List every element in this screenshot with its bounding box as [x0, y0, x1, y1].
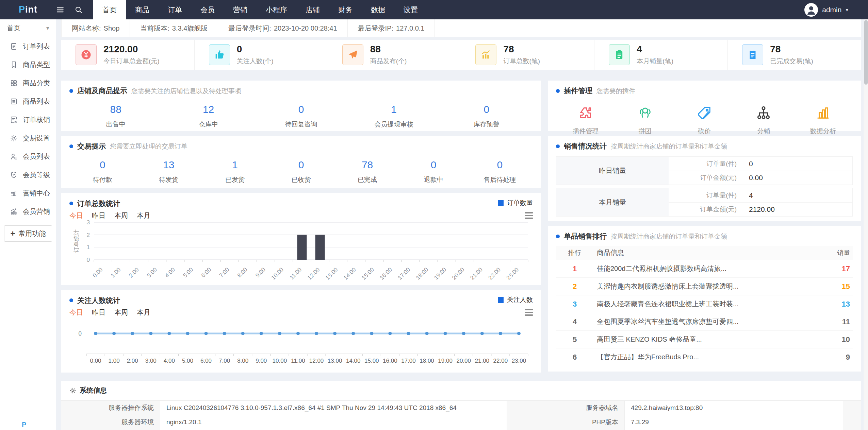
svg-text:6:00: 6:00 [200, 358, 212, 364]
trade-tips-card: 交易提示 您需要立即处理的交易订单 0待付款 13待发货 1已发货 0已收货 7… [61, 136, 541, 188]
product-link[interactable]: 【官方正品】华为FreeBuds Pro... [593, 352, 822, 362]
stat-completed-trades: 78已完成交易(笔) [728, 40, 861, 70]
main-content: 网站名称:Shop 当前版本:3.3.4旗舰版 最后登录时间:2023-10-2… [56, 19, 868, 430]
thumb-up-icon [209, 44, 230, 65]
svg-text:2: 2 [87, 231, 90, 238]
system-info-table: 服务器操作系统 Linux C20240326104776 3.10.0-957… [61, 400, 861, 430]
tab-miniprogram[interactable]: 小程序 [257, 0, 296, 19]
tab-this-month[interactable]: 本月 [137, 211, 150, 220]
tab-settings[interactable]: 设置 [394, 0, 427, 19]
tip-unpaid: 0待付款 [69, 159, 136, 184]
tab-members[interactable]: 会员 [191, 0, 224, 19]
sidebar-item-label: 会员等级 [23, 170, 50, 179]
system-info-card: 系统信息 服务器操作系统 Linux C20240326104776 3.10.… [61, 381, 861, 430]
product-link[interactable]: 美涩情趣内衣制服诱惑激情床上套装聚拢透明... [593, 282, 822, 291]
product-link[interactable]: 全包围夏季冰丝汽车坐垫透气凉席凉垫可爱四... [593, 317, 822, 326]
info-last-login-ip: 最后登录IP:127.0.0.1 [348, 19, 435, 37]
svg-text:20:00: 20:00 [456, 358, 471, 364]
ranking-title: 单品销售排行 [564, 231, 607, 241]
trade-tips-title: 交易提示 [77, 141, 106, 151]
app-logo: Pint [0, 0, 51, 19]
sidebar-item-order-list[interactable]: 订单列表 [0, 37, 56, 55]
tab-yesterday[interactable]: 昨日 [92, 211, 105, 220]
tab-this-week[interactable]: 本周 [114, 211, 128, 220]
sidebar-item-trade-settings[interactable]: 交易设置 [0, 129, 56, 147]
sidebar-select-label: 首页 [7, 23, 20, 33]
scrollbar-thumb[interactable] [864, 20, 868, 85]
tab-marketing[interactable]: 营销 [224, 0, 257, 19]
username: admin [822, 6, 841, 14]
product-link[interactable]: 南极人轻奢藏青色连衣裙职业裙上班工装时装... [593, 299, 822, 309]
svg-text:7:00: 7:00 [218, 266, 231, 279]
page-scrollbar[interactable] [864, 19, 868, 430]
product-link[interactable]: 高田贤三 KENZO KIDS 奢侈品童... [593, 335, 822, 344]
sidebar-item-order-verify[interactable]: 订单核销 [0, 110, 56, 129]
svg-text:12:00: 12:00 [309, 358, 324, 364]
chart-menu-icon[interactable] [525, 309, 533, 316]
tab-this-month[interactable]: 本月 [137, 308, 150, 317]
sidebar-item-goods-category[interactable]: 商品分类 [0, 74, 56, 92]
table-row: 5 高田贤三 KENZO KIDS 奢侈品童... 10 [556, 331, 853, 348]
sidebar-item-member-list[interactable]: 会员列表 [0, 147, 56, 166]
tab-finance[interactable]: 财务 [329, 0, 362, 19]
tab-orders[interactable]: 订单 [159, 0, 191, 19]
tab-today[interactable]: 今日 [69, 211, 83, 220]
collapse-menu-button[interactable] [51, 0, 69, 19]
chart-menu-icon[interactable] [525, 212, 533, 219]
sales-summary-subtitle: 按周期统计商家店铺的订单量和订单金额 [611, 142, 727, 151]
tab-this-week[interactable]: 本周 [114, 308, 128, 317]
goods-list-icon [10, 98, 18, 105]
search-icon [75, 6, 83, 14]
site-info-bar: 网站名称:Shop 当前版本:3.3.4旗舰版 最后登录时间:2023-10-2… [61, 19, 861, 37]
sidebar-item-marketing-center[interactable]: 营销中心 [0, 184, 56, 202]
svg-text:15:00: 15:00 [364, 358, 379, 364]
tab-yesterday[interactable]: 昨日 [92, 308, 105, 317]
svg-text:10:00: 10:00 [273, 358, 287, 364]
sales-summary-card: 销售情况统计 按周期统计商家店铺的订单量和订单金额 昨日销量 订单量(件)0 订… [548, 136, 861, 221]
section-bullet [69, 89, 73, 93]
user-menu[interactable]: admin ▾ [804, 0, 848, 19]
svg-text:6:00: 6:00 [200, 266, 213, 279]
tab-today[interactable]: 今日 [69, 308, 83, 317]
tip-pending-replies: 0待回复咨询 [255, 104, 347, 129]
tab-goods[interactable]: 商品 [126, 0, 159, 19]
followers-chart-card: 关注人数统计 关注人数 今日 昨日 本周 本月 00:001:002:003:0… [61, 290, 541, 373]
sidebar-item-goods-type[interactable]: 商品类型 [0, 55, 56, 74]
sidebar-item-goods-list[interactable]: 商品列表 [0, 92, 56, 110]
gear-icon [10, 134, 18, 142]
plugin-manage[interactable]: 插件管理 [556, 105, 615, 136]
svg-text:10:00: 10:00 [270, 266, 285, 281]
tab-home[interactable]: 首页 [93, 0, 126, 19]
sidebar-item-label: 商品类型 [23, 60, 50, 69]
tab-data[interactable]: 数据 [362, 0, 394, 19]
svg-text:16:00: 16:00 [379, 266, 394, 281]
common-functions-button[interactable]: + 常用功能 [4, 225, 52, 242]
svg-text:18:00: 18:00 [420, 358, 434, 364]
marketing-center-icon [10, 189, 18, 197]
paper-plane-icon [342, 44, 363, 65]
sidebar-item-member-level[interactable]: 会员等级 [0, 166, 56, 184]
order-total-chart-card: 订单总数统计 订单数量 今日 昨日 本周 本月 01230:001:002:00… [61, 193, 541, 285]
puzzle-icon [578, 105, 593, 121]
svg-text:21:00: 21:00 [475, 358, 490, 364]
search-button[interactable] [69, 0, 88, 19]
logo-rest: int [25, 4, 37, 15]
tip-withdraw-review: 1会员提现审核 [347, 104, 440, 129]
svg-text:22:00: 22:00 [493, 358, 508, 364]
plugin-data-analysis[interactable]: 数据分析 [793, 105, 853, 136]
sidebar-module-select[interactable]: 首页 ▼ [0, 19, 56, 37]
info-version: 当前版本:3.3.4旗舰版 [130, 19, 218, 37]
plugin-distribution[interactable]: 分销 [734, 105, 793, 136]
plugin-group-buy[interactable]: 拼团 [615, 105, 674, 136]
sidebar-item-member-marketing[interactable]: 会员营销 [0, 202, 56, 221]
member-level-icon [10, 171, 18, 179]
clipboard-green-icon [609, 44, 630, 65]
plugin-bargain[interactable]: 砍价 [675, 105, 734, 136]
sales-group-month: 本月销量 订单量(件)4 订单金额(元)2120.00 [556, 188, 853, 217]
svg-text:0: 0 [79, 330, 82, 337]
product-link[interactable]: 佳能200d二代照相机蚂蚁摄影数码高清旅... [593, 264, 822, 273]
tip-to-ship: 13待发货 [136, 159, 202, 184]
tip-on-sale: 88出售中 [69, 104, 162, 129]
sidebar-item-label: 订单列表 [23, 42, 50, 51]
tab-shop[interactable]: 店铺 [296, 0, 329, 19]
